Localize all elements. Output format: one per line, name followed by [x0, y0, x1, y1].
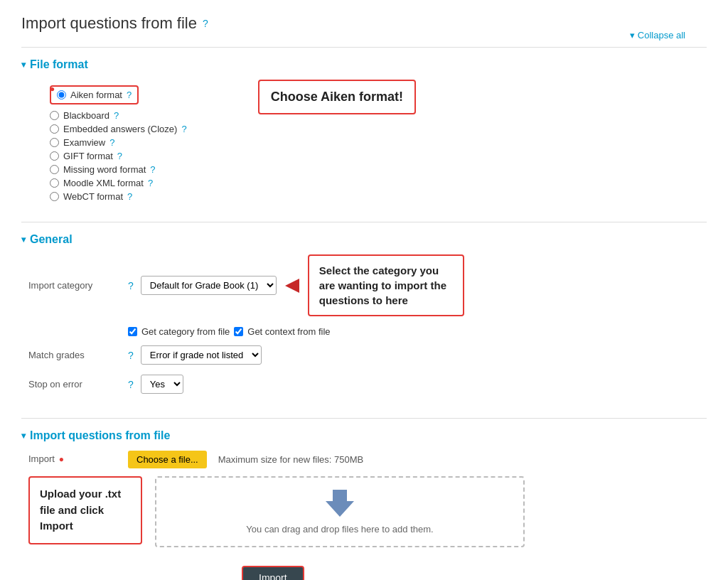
format-examview-row: Examview ?	[50, 137, 187, 148]
import-questions-section-title[interactable]: Import questions from file	[21, 429, 707, 442]
import-button-wrapper: Import	[21, 563, 707, 580]
category-arrow-icon	[285, 279, 299, 293]
import-field-label: Import ●	[28, 451, 121, 464]
category-callout-box: Select the category you are wanting to i…	[308, 254, 464, 316]
format-gift-label: GIFT format	[63, 151, 113, 161]
format-missingword-help-icon[interactable]: ?	[150, 164, 155, 175]
match-grades-row: Match grades ? Error if grade not listed	[21, 345, 707, 365]
format-embedded-row: Embedded answers (Cloze) ?	[50, 124, 187, 134]
import-category-select[interactable]: Default for Grade Book (1)	[141, 276, 277, 295]
format-embedded-label: Embedded answers (Cloze)	[63, 124, 177, 134]
format-webct-label: WebCT format	[63, 191, 123, 202]
format-embedded-radio[interactable]	[50, 124, 59, 134]
format-examview-label: Examview	[63, 137, 105, 148]
format-webct-radio[interactable]	[50, 192, 59, 201]
format-aiken-row: Aiken format ?	[50, 85, 139, 104]
import-error-icon: ●	[59, 454, 64, 464]
get-category-checkbox[interactable]	[128, 327, 137, 336]
format-moodlexml-label: Moodle XML format	[63, 178, 144, 188]
import-button[interactable]: Import	[242, 566, 304, 580]
get-context-checkbox[interactable]	[234, 327, 243, 336]
format-missingword-label: Missing word format	[63, 164, 146, 175]
format-gift-row: GIFT format ?	[50, 151, 187, 161]
format-examview-radio[interactable]	[50, 138, 59, 147]
format-moodlexml-help-icon[interactable]: ?	[148, 178, 153, 188]
choose-file-button[interactable]: Choose a file...	[128, 451, 207, 468]
upload-callout-box: Upload your .txt file and click Import	[28, 476, 142, 544]
stop-on-error-help-icon[interactable]: ?	[128, 379, 134, 390]
format-gift-radio[interactable]	[50, 151, 59, 161]
match-grades-help-icon[interactable]: ?	[128, 350, 134, 361]
drop-arrow-icon	[326, 490, 354, 517]
import-category-help-icon[interactable]: ?	[128, 280, 134, 291]
collapse-all-link[interactable]: Collapse all	[630, 30, 685, 41]
format-blackboard-label: Blackboard	[63, 110, 109, 121]
format-aiken-label: Aiken format	[70, 90, 122, 100]
format-webct-help-icon[interactable]: ?	[127, 191, 132, 202]
page-title-help-icon[interactable]: ?	[203, 18, 208, 29]
get-category-row: Get category from file Get context from …	[128, 326, 707, 337]
format-missingword-radio[interactable]	[50, 165, 59, 174]
format-examview-help-icon[interactable]: ?	[109, 137, 114, 148]
stop-on-error-label: Stop on error	[28, 379, 121, 390]
stop-on-error-row: Stop on error ? Yes	[21, 375, 707, 394]
format-aiken-radio[interactable]	[57, 90, 66, 100]
format-gift-help-icon[interactable]: ?	[117, 151, 122, 161]
general-section: General Import category ? Default for Gr…	[21, 222, 707, 414]
import-questions-section: Import questions from file Import ● Choo…	[21, 418, 707, 580]
format-blackboard-row: Blackboard ?	[50, 110, 187, 121]
format-blackboard-help-icon[interactable]: ?	[114, 110, 119, 121]
general-section-title[interactable]: General	[21, 233, 707, 246]
file-format-section: File format ● Aiken format ? Blackboard …	[21, 47, 707, 218]
format-blackboard-radio[interactable]	[50, 111, 59, 120]
match-grades-select[interactable]: Error if grade not listed	[141, 345, 262, 365]
format-missingword-row: Missing word format ?	[50, 164, 187, 175]
format-aiken-help-icon[interactable]: ?	[127, 90, 132, 100]
dropzone[interactable]: You can drag and drop files here to add …	[155, 476, 525, 547]
format-moodlexml-radio[interactable]	[50, 178, 59, 188]
file-format-section-title[interactable]: File format	[21, 58, 707, 71]
max-size-label: Maximum size for new files: 750MB	[218, 451, 363, 469]
dropzone-area: Upload your .txt file and click Import Y…	[21, 476, 707, 556]
format-embedded-help-icon[interactable]: ?	[181, 124, 186, 134]
format-webct-row: WebCT format ?	[50, 191, 187, 202]
page-title: Import questions from file ?	[21, 14, 707, 33]
import-category-label: Import category	[28, 280, 121, 291]
stop-on-error-select[interactable]: Yes	[141, 375, 183, 394]
dropzone-text: You can drag and drop files here to add …	[246, 524, 433, 535]
aiken-callout-box: Choose Aiken format!	[258, 80, 416, 114]
match-grades-label: Match grades	[28, 350, 121, 360]
import-category-row: Import category ? Default for Grade Book…	[21, 254, 707, 316]
get-context-label: Get context from file	[247, 326, 330, 337]
import-file-row: Import ● Choose a file... Maximum size f…	[21, 451, 707, 469]
get-category-label: Get category from file	[141, 326, 230, 337]
format-moodlexml-row: Moodle XML format ?	[50, 178, 187, 188]
